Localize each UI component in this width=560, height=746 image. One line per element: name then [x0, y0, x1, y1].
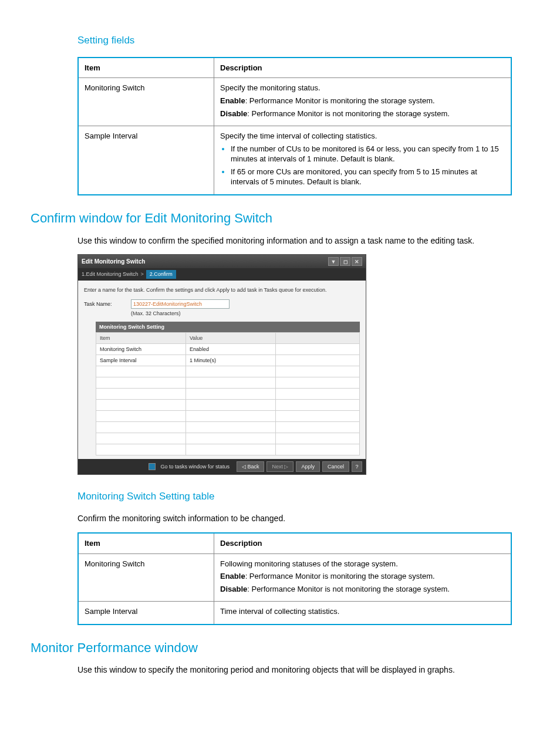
- th-item: Item: [78, 533, 214, 553]
- cell-description: Specify the time interval of collecting …: [214, 126, 512, 195]
- table-row: Monitoring Switch Enabled: [96, 344, 360, 355]
- heading-setting-fields: Setting fields: [77, 34, 529, 48]
- restore-icon[interactable]: ◻: [340, 257, 350, 266]
- cancel-button[interactable]: Cancel: [322, 461, 349, 472]
- task-name-input[interactable]: 130227-EditMonitoringSwitch: [131, 299, 230, 309]
- table-row: Monitoring Switch Specify the monitoring…: [78, 78, 511, 126]
- wizard-step-1[interactable]: 1.Edit Monitoring Switch: [82, 271, 139, 278]
- task-name-label: Task Name:: [84, 299, 131, 308]
- th-description: Description: [214, 58, 512, 78]
- wizard-step-2: 2.Confirm: [146, 270, 176, 278]
- table-row: .: [96, 411, 360, 422]
- heading-monitor-performance: Monitor Performance window: [31, 639, 529, 657]
- next-button: Next ▷: [266, 461, 294, 472]
- table-row: .: [96, 444, 360, 455]
- th-item: Item: [78, 58, 214, 78]
- heading-mss-table: Monitoring Switch Setting table: [77, 490, 529, 504]
- cell-item: Monitoring Switch: [78, 78, 214, 126]
- dialog-title-text: Edit Monitoring Switch: [82, 258, 145, 266]
- heading-confirm-window: Confirm window for Edit Monitoring Switc…: [31, 210, 529, 227]
- filter-icon[interactable]: ▼: [328, 257, 339, 266]
- apply-button[interactable]: Apply: [296, 461, 320, 472]
- mss-th-item: Item: [96, 333, 186, 344]
- confirm-window-body: Use this window to confirm the specified…: [77, 235, 529, 247]
- table-row: Sample Interval Time interval of collect…: [78, 602, 511, 625]
- cell-description: Time interval of collecting statistics.: [214, 602, 512, 625]
- th-description: Description: [214, 533, 512, 553]
- dialog-instruction: Enter a name for the task. Confirm the s…: [84, 286, 360, 293]
- cell-description: Following monitoring statuses of the sto…: [214, 553, 512, 602]
- table-row: .: [96, 422, 360, 433]
- wizard-breadcrumb: 1.Edit Monitoring Switch > 2.Confirm: [78, 268, 366, 280]
- table-row: Monitoring Switch Following monitoring s…: [78, 553, 511, 602]
- chevron-right-icon: >: [141, 271, 144, 278]
- cell-item: Sample Interval: [78, 602, 214, 625]
- back-button[interactable]: ◁ Back: [237, 461, 265, 472]
- dialog-footer: Go to tasks window for status ◁ Back Nex…: [78, 459, 366, 474]
- table-mss-reference: Item Description Monitoring Switch Follo…: [77, 532, 512, 625]
- task-name-hint: (Max. 32 Characters): [131, 310, 230, 317]
- monitor-performance-body: Use this window to specify the monitorin…: [77, 664, 529, 676]
- table-row: .: [96, 377, 360, 389]
- mss-table-body: Confirm the monitoring switch informatio…: [77, 513, 529, 524]
- edit-monitoring-switch-dialog: Edit Monitoring Switch ▼ ◻ ✕ 1.Edit Moni…: [77, 254, 366, 475]
- monitoring-switch-setting-table: Item Value Monitoring Switch Enabled Sam…: [96, 332, 360, 455]
- table-setting-fields: Item Description Monitoring Switch Speci…: [77, 57, 512, 195]
- table-row: .: [96, 400, 360, 411]
- go-to-tasks-checkbox[interactable]: [149, 463, 156, 470]
- table-row: Sample Interval 1 Minute(s): [96, 355, 360, 366]
- mss-th-value: Value: [186, 333, 276, 344]
- close-icon[interactable]: ✕: [352, 257, 362, 266]
- table-row: .: [96, 433, 360, 444]
- dialog-titlebar: Edit Monitoring Switch ▼ ◻ ✕: [78, 255, 366, 268]
- monitoring-switch-setting-header: Monitoring Switch Setting: [96, 322, 360, 332]
- table-row: .: [96, 366, 360, 377]
- cell-item: Monitoring Switch: [78, 553, 214, 602]
- cell-description: Specify the monitoring status. Enable: P…: [214, 78, 512, 126]
- table-row: Sample Interval Specify the time interva…: [78, 126, 511, 195]
- go-to-tasks-label: Go to tasks window for status: [160, 463, 230, 470]
- mss-th-blank: [276, 333, 360, 344]
- table-row: .: [96, 389, 360, 400]
- cell-item: Sample Interval: [78, 126, 214, 195]
- help-button[interactable]: ?: [352, 461, 362, 472]
